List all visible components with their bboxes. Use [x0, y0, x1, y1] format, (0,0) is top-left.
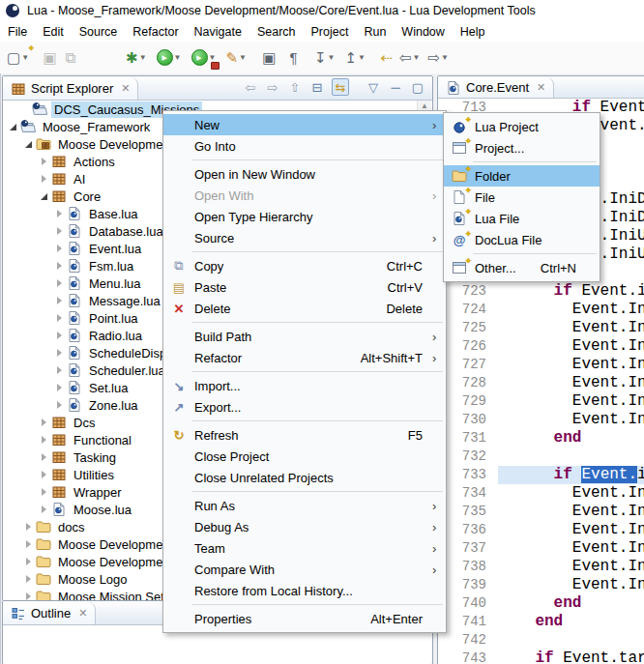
expand-arrow-icon[interactable] [54, 225, 66, 237]
code-line-730[interactable]: 730 Event.IniGroupName = Event.IniDCSGro… [438, 411, 644, 429]
expand-arrow-icon[interactable] [54, 330, 66, 341]
expand-arrow-icon[interactable] [23, 521, 35, 533]
menu-item-refactor[interactable]: RefactorAlt+Shift+T› [163, 347, 446, 368]
expand-arrow-icon[interactable] [54, 382, 66, 393]
expand-arrow-icon[interactable] [54, 243, 66, 254]
menu-item-go-into[interactable]: Go Into [163, 135, 446, 157]
line-number[interactable]: 726 [438, 337, 498, 356]
menu-item-import[interactable]: ↘Import... [163, 375, 446, 396]
menu-item-delete[interactable]: ✕DeleteDelete [163, 298, 446, 319]
line-number[interactable]: 723 [438, 282, 498, 301]
menu-item-paste[interactable]: ▤PasteCtrl+V [163, 276, 446, 298]
code-line-733[interactable]: 733 if Event.initiator and Event.initiat… [438, 466, 644, 484]
code-line-736[interactable]: 736 Event.IniUnitName = Event.IniDCSUnit… [438, 521, 644, 539]
code-line-737[interactable]: 737 Event.IniUnit = STATIC:FindByName( E… [438, 539, 644, 558]
expand-arrow-icon[interactable] [54, 347, 66, 359]
line-number[interactable]: 735 [438, 503, 498, 521]
dropdown-arrow-icon[interactable]: ▼ [209, 53, 217, 62]
expand-arrow-icon[interactable] [54, 295, 66, 306]
menu-item-compare-with[interactable]: Compare With› [163, 559, 446, 580]
dropdown-arrow-icon[interactable]: ▼ [413, 53, 421, 62]
last-edit-location-button[interactable]: ⇠ [377, 46, 395, 70]
external-tools-button[interactable]: ▶▼ [191, 46, 219, 70]
line-number[interactable]: 731 [438, 429, 498, 447]
code-line-726[interactable]: 726 Event.IniUnitName = Event.IniDCSUnit… [438, 337, 644, 356]
line-number[interactable]: 730 [438, 411, 498, 429]
code-line-738[interactable]: 738 Event.IniDCSGroupName = Event.IniDCS… [438, 558, 644, 576]
expand-arrow-icon[interactable] [39, 486, 50, 498]
menu-item-open-with[interactable]: Open With› [163, 185, 446, 206]
mark-occurrences-button[interactable]: ▣ [260, 46, 278, 70]
expand-arrow-icon[interactable] [39, 173, 50, 185]
expand-arrow-icon[interactable] [54, 312, 66, 324]
tab-script-explorer[interactable]: Script Explorer ✕ [3, 77, 138, 100]
menu-item-run-as[interactable]: Run As› [163, 495, 446, 516]
menu-item-close-project[interactable]: Close Project [163, 446, 446, 467]
expand-arrow-icon[interactable] [23, 556, 35, 567]
back-icon[interactable]: ⇦ [243, 79, 258, 95]
code-line-739[interactable]: 739 Event.IniGroupName = Event.IniDCSUni… [438, 576, 644, 594]
submenu-item-file[interactable]: ✦File [444, 187, 600, 208]
code-line-732[interactable]: 732 [438, 447, 644, 466]
link-with-editor-icon[interactable]: ⇆ [332, 78, 349, 96]
line-number[interactable]: 738 [438, 558, 498, 576]
minimize-icon[interactable]: ─ [388, 79, 403, 95]
collapse-all-icon[interactable]: ⊟ [309, 79, 325, 95]
dropdown-arrow-icon[interactable]: ▼ [21, 53, 29, 62]
run-button[interactable]: ▶▼ [157, 46, 184, 70]
forward-icon[interactable]: ⇨ [265, 79, 280, 95]
code-line-729[interactable]: 729 Event.IniDCSGroupName = Event.IniDCS… [438, 392, 644, 411]
submenu-item-other[interactable]: ✦Other...Ctrl+N [444, 257, 600, 278]
code-line-741[interactable]: 741 end [438, 613, 644, 631]
expand-arrow-icon[interactable] [54, 260, 66, 272]
forward-button[interactable]: ⇨▼ [427, 46, 451, 70]
expand-arrow-icon[interactable] [39, 417, 50, 428]
dropdown-arrow-icon[interactable]: ▼ [174, 53, 182, 62]
menu-help[interactable]: Help [453, 23, 493, 41]
code-line-743[interactable]: 743 if Event.target then [438, 650, 644, 664]
menu-search[interactable]: Search [249, 23, 304, 41]
expand-arrow-icon[interactable] [23, 538, 35, 550]
format-button[interactable]: ✎▼ [225, 46, 249, 70]
close-icon[interactable]: ✕ [78, 607, 87, 620]
code-line-723[interactable]: 723 if Event.initiator and Event.initiat… [438, 282, 644, 301]
collapse-arrow-icon[interactable] [39, 190, 50, 202]
dropdown-arrow-icon[interactable]: ▼ [328, 53, 336, 62]
close-icon[interactable]: ✕ [537, 81, 545, 94]
menu-item-restore-from-local-history[interactable]: Restore from Local History... [163, 580, 446, 601]
expand-arrow-icon[interactable] [23, 573, 35, 585]
maximize-icon[interactable]: ▢ [410, 79, 425, 95]
code-line-728[interactable]: 728 Event.IniDCSGroup = Event.IniDCSUnit… [438, 374, 644, 392]
menu-file[interactable]: File [0, 23, 35, 41]
new-wizard-button[interactable]: ▢✦▼ [7, 46, 31, 70]
menu-edit[interactable]: Edit [35, 23, 72, 41]
line-number[interactable]: 733 [438, 466, 498, 484]
menu-item-new[interactable]: New› [163, 114, 446, 135]
code-line-740[interactable]: 740 end [438, 594, 644, 613]
expand-arrow-icon[interactable] [54, 277, 66, 289]
back-button[interactable]: ⇦▼ [399, 46, 423, 70]
code-line-727[interactable]: 727 Event.IniUnit = UNIT:FindByName( Eve… [438, 356, 644, 374]
line-number[interactable]: 724 [438, 301, 498, 319]
line-number[interactable]: 743 [438, 650, 498, 664]
menu-item-debug-as[interactable]: Debug As› [163, 516, 446, 537]
code-line-725[interactable]: 725 Event.IniDCSUnitName = Event.IniDCSU… [438, 319, 644, 337]
code-line-742[interactable]: 742 [438, 631, 644, 650]
line-number[interactable]: 742 [438, 631, 498, 650]
tab-core-event[interactable]: Core.Event ✕ [438, 77, 554, 98]
code-line-724[interactable]: 724 Event.IniDCSUnit = Event.initiator [438, 301, 644, 319]
menu-refactor[interactable]: Refactor [125, 23, 186, 41]
debug-button[interactable]: ✱▼ [126, 46, 149, 70]
submenu-item-folder[interactable]: ✦Folder [444, 165, 600, 187]
menu-project[interactable]: Project [304, 23, 357, 41]
menu-item-copy[interactable]: ⧉CopyCtrl+C [163, 255, 446, 276]
menu-item-close-unrelated-projects[interactable]: Close Unrelated Projects [163, 467, 446, 488]
line-number[interactable]: 732 [438, 447, 498, 466]
menu-run[interactable]: Run [356, 23, 394, 41]
expand-arrow-icon[interactable] [39, 156, 50, 167]
expand-arrow-icon[interactable] [54, 364, 66, 376]
line-number[interactable]: 734 [438, 484, 498, 503]
line-number[interactable]: 725 [438, 319, 498, 337]
code-line-735[interactable]: 735 Event.IniDCSUnitName = Event.IniDCSU… [438, 503, 644, 521]
line-number[interactable]: 728 [438, 374, 498, 392]
